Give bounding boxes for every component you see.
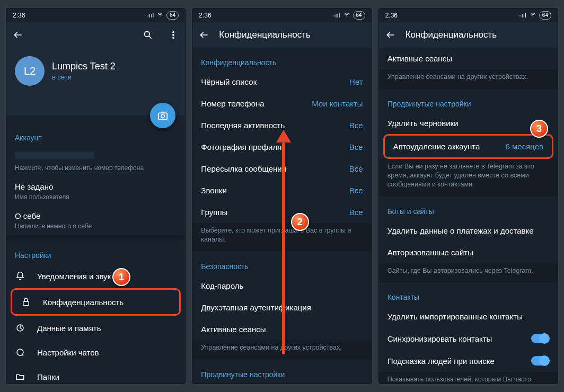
row-suggest-people[interactable]: Подсказка людей при поиске	[379, 350, 558, 372]
hint-sites: Сайты, где Вы авторизовались через Teleg…	[379, 263, 558, 283]
back-icon[interactable]	[385, 30, 396, 40]
phone-settings: 2:36 ◦ııl 64 L2 Lumpics	[6, 8, 185, 384]
hint-autodelete: Если Вы ни разу не заглянете в Telegram …	[379, 159, 558, 197]
row-passcode[interactable]: Код-пароль	[192, 275, 371, 297]
section-privacy: Конфиденциальность	[192, 48, 371, 71]
avatar[interactable]: L2	[15, 56, 45, 86]
section-bots: Боты и сайты	[379, 197, 558, 220]
callout-privacy: Конфиденциальность	[11, 288, 181, 316]
svg-rect-4	[158, 113, 168, 119]
row-payment-data[interactable]: Удалить данные о платежах и доставке	[379, 220, 558, 242]
row-phone-number[interactable]: Нажмите, чтобы изменить номер телефона	[6, 146, 185, 177]
profile-name: Lumpics Test 2	[52, 61, 116, 72]
wifi-icon	[343, 12, 350, 20]
hint-sessions: Управление сеансами на других устройства…	[192, 340, 371, 360]
step-badge-2: 2	[291, 213, 309, 231]
row-blacklist[interactable]: Чёрный списокНет	[192, 71, 371, 93]
status-bar: 2:36 ◦ııl 64	[192, 8, 371, 22]
step-badge-1: 1	[112, 268, 130, 286]
profile-header: L2 Lumpics Test 2 в сети	[6, 48, 185, 115]
toggle-sync[interactable]	[531, 334, 549, 343]
battery-level: 64	[353, 11, 365, 20]
more-icon[interactable]	[168, 30, 179, 40]
row-autodelete[interactable]: Автоудаление аккаунта 6 месяцев	[385, 136, 552, 157]
row-sessions[interactable]: Активные сеансы	[192, 318, 371, 340]
row-notifications[interactable]: Уведомления и звук	[6, 264, 185, 288]
svg-point-2	[173, 34, 174, 36]
section-advanced: Продвинутые настройки	[379, 89, 558, 112]
page-title: Конфиденциальность	[219, 30, 310, 40]
page-title: Конфиденциальность	[406, 30, 497, 40]
row-forwarding[interactable]: Пересылка сообщенийВсе	[192, 158, 371, 180]
row-folders[interactable]: Папки	[6, 364, 185, 384]
svg-point-0	[145, 31, 150, 37]
signal-icon: ◦ııl	[147, 12, 154, 19]
phone-hint: Нажмите, чтобы изменить номер телефона	[15, 164, 144, 172]
wifi-icon	[529, 12, 536, 20]
row-phone-visibility[interactable]: Номер телефонаМои контакты	[192, 93, 371, 114]
svg-point-3	[173, 37, 174, 39]
back-icon[interactable]	[13, 30, 23, 40]
section-settings: Настройки	[6, 240, 185, 264]
step-badge-3: 3	[530, 120, 548, 138]
callout-autodelete: Автоудаление аккаунта 6 месяцев	[383, 134, 553, 159]
folder-icon	[15, 372, 25, 381]
signal-icon: ◦ııl	[333, 12, 340, 19]
toggle-suggest[interactable]	[531, 356, 549, 366]
section-advanced: Продвинутые настройки	[192, 360, 371, 384]
row-calls[interactable]: ЗвонкиВсе	[192, 180, 371, 201]
battery-level: 64	[539, 11, 551, 20]
app-bar: Конфиденциальность	[192, 22, 371, 48]
status-bar: 2:36 ◦ııl 64	[6, 8, 185, 22]
svg-point-5	[161, 114, 164, 118]
row-delete-contacts[interactable]: Удалить импортированные контакты	[379, 306, 558, 327]
back-icon[interactable]	[199, 30, 209, 40]
search-icon[interactable]	[143, 30, 153, 40]
row-bio[interactable]: О себе Напишите немного о себе	[6, 206, 185, 235]
status-bar: 2:36 ◦ııl 64	[379, 8, 558, 22]
row-sync-contacts[interactable]: Синхронизировать контакты	[379, 327, 558, 350]
row-privacy[interactable]: Конфиденциальность	[12, 290, 179, 314]
app-bar: Конфиденциальность	[379, 22, 558, 48]
row-username[interactable]: Не задано Имя пользователя	[6, 177, 185, 206]
phone-privacy-bottom: 2:36 ◦ııl 64 Конфиденциальность Активные…	[379, 8, 558, 384]
hint-groups: Выберите, кто может приглашать Вас в гру…	[192, 223, 371, 252]
row-twostep[interactable]: Двухэтапная аутентификация	[192, 297, 371, 318]
row-data[interactable]: Данные и память	[6, 316, 185, 340]
profile-status: в сети	[52, 73, 116, 81]
pie-icon	[15, 323, 25, 333]
camera-fab[interactable]	[150, 103, 175, 128]
row-sessions[interactable]: Активные сеансы	[379, 48, 558, 69]
status-time: 2:36	[199, 12, 211, 19]
signal-icon: ◦ııl	[519, 12, 526, 19]
phone-number-blurred	[15, 152, 94, 159]
phone-privacy-top: 2:36 ◦ııl 64 Конфиденциальность Конфиден…	[192, 8, 371, 384]
hint-sessions: Управление сеансами на других устройства…	[379, 69, 558, 89]
svg-rect-6	[23, 301, 29, 306]
section-security: Безопасность	[192, 252, 371, 275]
wifi-icon	[156, 12, 164, 20]
section-contacts: Контакты	[379, 282, 558, 306]
battery-level: 64	[166, 11, 179, 20]
row-authorized-sites[interactable]: Авторизованные сайты	[379, 242, 558, 263]
app-bar	[6, 22, 185, 48]
bell-icon	[15, 271, 25, 281]
chat-icon	[15, 348, 25, 357]
row-groups[interactable]: ГруппыВсе	[192, 201, 371, 223]
row-profile-photo[interactable]: Фотография профиляВсе	[192, 136, 371, 158]
hint-suggest: Показывать пользователей, которым Вы час…	[379, 372, 558, 384]
status-time: 2:36	[385, 12, 398, 19]
row-lastseen[interactable]: Последняя активностьВсе	[192, 114, 371, 136]
row-chats[interactable]: Настройки чатов	[6, 340, 185, 364]
svg-point-1	[173, 31, 174, 33]
lock-icon	[21, 297, 31, 307]
status-time: 2:36	[13, 12, 25, 19]
